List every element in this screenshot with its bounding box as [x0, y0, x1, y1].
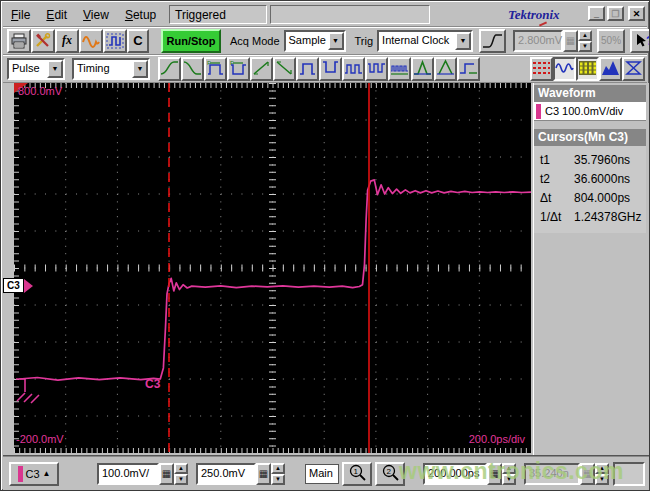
- printer-icon: [10, 33, 28, 49]
- keypad-icon[interactable]: ▦: [256, 463, 271, 485]
- vertical-offset-field[interactable]: 250.0mV ▦ ▲▼: [196, 463, 285, 485]
- neg-duty-icon: [367, 59, 386, 79]
- pos-duty-button[interactable]: [342, 57, 365, 81]
- pos-width-button[interactable]: F: [204, 57, 227, 81]
- graticule: [14, 83, 531, 453]
- readout-row: t236.6000ns: [534, 170, 646, 189]
- run-stop-button[interactable]: Run/Stop: [161, 29, 221, 53]
- spin-up[interactable]: ▲: [502, 463, 516, 474]
- hbars-icon: [532, 59, 551, 79]
- falling-slew-button[interactable]: [273, 57, 296, 81]
- meas-category-select[interactable]: Pulse ▼: [7, 58, 65, 80]
- keypad-icon[interactable]: ▦: [159, 463, 174, 485]
- keypad-icon[interactable]: ▦: [563, 30, 578, 52]
- fall-time-button[interactable]: [181, 57, 204, 81]
- rise-time-button[interactable]: [158, 57, 181, 81]
- menu-bar: File Edit View Setup Utilities Help Trig…: [3, 3, 647, 27]
- sine-wave-icon: [555, 59, 574, 79]
- timebase-view-label[interactable]: Main: [305, 464, 339, 484]
- menu-edit[interactable]: Edit: [38, 5, 75, 25]
- spin-down[interactable]: ▼: [578, 41, 592, 52]
- context-help-button[interactable]: ?: [630, 29, 650, 53]
- acq-mode-select[interactable]: Sample ▼: [284, 30, 346, 52]
- spin-down[interactable]: ▼: [174, 474, 188, 485]
- dots-display-button[interactable]: [576, 57, 599, 81]
- fall-time-icon: [183, 59, 202, 79]
- neg-duty-button[interactable]: [365, 57, 388, 81]
- chevron-down-icon[interactable]: ▼: [328, 32, 344, 50]
- neg-width-button[interactable]: F: [227, 57, 250, 81]
- rising-slew-button[interactable]: [250, 57, 273, 81]
- zoom-1-button[interactable]: 1: [342, 462, 372, 486]
- tools-icon: [35, 33, 51, 49]
- histogram-button[interactable]: [599, 57, 622, 81]
- vertical-bottom-label: -200.0mV: [16, 433, 64, 445]
- chevron-down-icon[interactable]: ▼: [455, 32, 471, 50]
- burst-width-button[interactable]: [388, 57, 411, 81]
- waveform-button[interactable]: [79, 29, 103, 53]
- readout-row: 1/Δt1.24378GHz: [534, 208, 646, 227]
- magnifier-1-icon: 1: [347, 464, 367, 484]
- waveform-db-button[interactable]: [622, 57, 645, 81]
- spin-up[interactable]: ▲: [595, 463, 609, 474]
- rising-slew-icon: [252, 59, 271, 79]
- trigger-level-field: 2.800mV ▦ ▲▼: [513, 30, 592, 52]
- statusbar-spacer: [613, 462, 645, 486]
- hbars-cursor-button[interactable]: [530, 57, 553, 81]
- spin-down[interactable]: ▼: [502, 474, 516, 485]
- set-50pct-button[interactable]: 50%: [597, 29, 625, 53]
- chevron-down-icon[interactable]: ▼: [47, 60, 63, 78]
- close-button[interactable]: ✕: [628, 6, 645, 21]
- keypad-icon[interactable]: ▦: [580, 463, 595, 485]
- menu-file[interactable]: File: [3, 5, 38, 25]
- neg-peak-icon: [436, 59, 455, 79]
- setup-tools-button[interactable]: [31, 29, 55, 53]
- restore-button[interactable]: ❐: [607, 6, 624, 21]
- pos-peak-button[interactable]: [411, 57, 434, 81]
- neg-pulse-button[interactable]: [319, 57, 342, 81]
- waveform-panel-header: Waveform: [534, 85, 646, 102]
- meas-type-select[interactable]: Timing ▼: [72, 58, 150, 80]
- pulse-button[interactable]: [103, 29, 127, 53]
- channel-reference-marker[interactable]: C3: [3, 278, 33, 293]
- spin-down[interactable]: ▼: [271, 474, 285, 485]
- help-pointer-icon: ?: [635, 33, 650, 49]
- rising-edge-icon: [482, 33, 503, 49]
- spin-up[interactable]: ▲: [271, 463, 285, 474]
- spin-down[interactable]: ▼: [595, 474, 609, 485]
- trig-label: Trig: [355, 35, 374, 47]
- horizontal-scale-field[interactable]: 200.000ps ▦ ▲▼: [423, 463, 516, 485]
- hourglass-icon: [624, 59, 643, 79]
- app-window: File Edit View Setup Utilities Help Trig…: [0, 0, 650, 491]
- cursors-panel-header: Cursors(Mn C3): [534, 129, 646, 146]
- plot-svg: C3: [14, 83, 531, 453]
- chevron-down-icon[interactable]: ▼: [132, 60, 148, 78]
- print-button[interactable]: [7, 29, 31, 53]
- menu-setup[interactable]: Setup: [117, 5, 164, 25]
- rise-time-icon: [160, 59, 179, 79]
- menu-view[interactable]: View: [75, 5, 117, 25]
- burst-width-icon: [390, 59, 409, 79]
- vertical-scale-field[interactable]: 100.0mV/ ▦ ▲▼: [97, 463, 188, 485]
- zoom-2-button[interactable]: 2: [375, 462, 405, 486]
- math-fx-button[interactable]: fx: [55, 29, 79, 53]
- minimize-button[interactable]: _: [588, 6, 605, 21]
- acq-mode-label: Acq Mode: [230, 35, 280, 47]
- neg-peak-button[interactable]: [434, 57, 457, 81]
- trace-inline-label: C3: [145, 377, 161, 391]
- clear-button[interactable]: C: [127, 29, 149, 53]
- spin-up[interactable]: ▲: [174, 463, 188, 474]
- pos-pulse-button[interactable]: [296, 57, 319, 81]
- channel-arrow-icon: [24, 279, 33, 293]
- svg-text:1: 1: [354, 467, 359, 476]
- delay-button[interactable]: [457, 57, 480, 81]
- readout-panel: Waveform C3 100.0mV/div Cursors(Mn C3) t…: [533, 83, 647, 456]
- waveform-entry[interactable]: C3 100.0mV/div: [534, 102, 646, 121]
- trigger-slope-button[interactable]: [479, 29, 506, 53]
- keypad-icon[interactable]: ▦: [487, 463, 502, 485]
- channel-select-button[interactable]: C3 ▲: [9, 462, 59, 486]
- spin-up[interactable]: ▲: [578, 30, 592, 41]
- vectors-display-button[interactable]: [553, 57, 576, 81]
- trigger-source-select[interactable]: Internal Clock ▼: [377, 30, 473, 52]
- svg-text:?: ?: [646, 34, 650, 48]
